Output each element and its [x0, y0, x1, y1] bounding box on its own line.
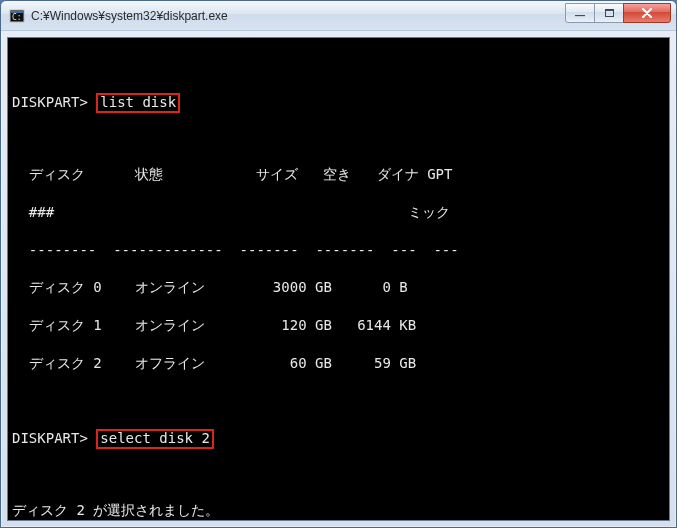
app-icon: C: — [9, 8, 25, 24]
close-icon — [641, 8, 653, 18]
prompt: DISKPART> — [12, 430, 88, 446]
titlebar[interactable]: C: C:¥Windows¥system32¥diskpart.exe — — [1, 1, 676, 31]
table-header-1: ディスク 状態 サイズ 空き ダイナ GPT — [12, 165, 663, 184]
message: ディスク 2 が選択されました。 — [12, 501, 663, 520]
svg-text:C:: C: — [12, 13, 22, 22]
window-title: C:¥Windows¥system32¥diskpart.exe — [31, 9, 566, 23]
maximize-button[interactable] — [594, 3, 624, 23]
minimize-icon: — — [575, 11, 585, 21]
table-separator: -------- ------------- ------- ------- -… — [12, 241, 663, 260]
maximize-icon — [605, 9, 614, 17]
table-row: ディスク 0 オンライン 3000 GB 0 B — [12, 278, 663, 297]
close-button[interactable] — [623, 3, 671, 23]
minimize-button[interactable]: — — [565, 3, 595, 23]
command-list-disk: list disk — [96, 93, 180, 113]
table-row: ディスク 2 オフライン 60 GB 59 GB — [12, 354, 663, 373]
window-controls: — — [566, 3, 671, 23]
command-select-disk: select disk 2 — [96, 429, 214, 449]
terminal-area[interactable]: DISKPART> list disk ディスク 状態 サイズ 空き ダイナ G… — [7, 37, 670, 521]
terminal-output: DISKPART> list disk ディスク 状態 サイズ 空き ダイナ G… — [8, 38, 669, 521]
prompt: DISKPART> — [12, 94, 88, 110]
console-window: C: C:¥Windows¥system32¥diskpart.exe — DI… — [0, 0, 677, 528]
table-header-2: ### ミック — [12, 203, 663, 222]
table-row: ディスク 1 オンライン 120 GB 6144 KB — [12, 316, 663, 335]
